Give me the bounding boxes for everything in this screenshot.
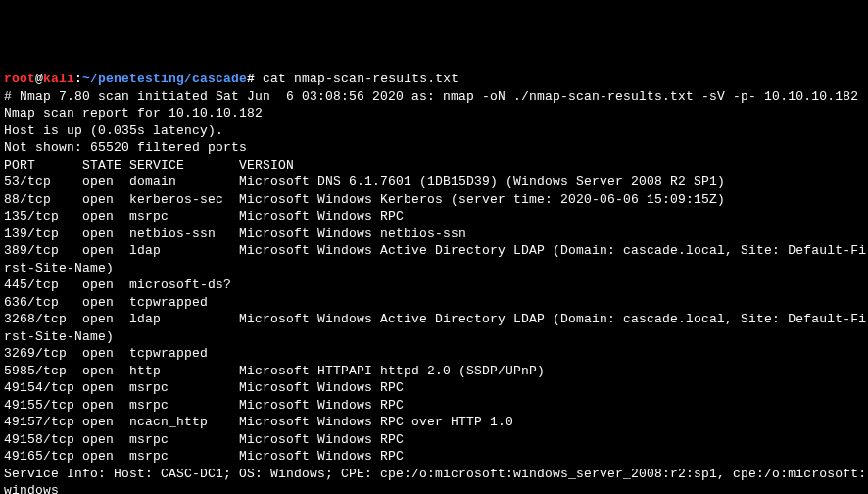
port-table-row: 389/tcp open ldap Microsoft Windows Acti…	[4, 243, 866, 258]
output-line: Host is up (0.035s latency).	[4, 124, 223, 138]
port-table-row-wrap: rst-Site-Name)	[4, 261, 114, 275]
prompt-colon: :	[74, 72, 82, 86]
terminal-window[interactable]: root@kali:~/penetesting/cascade# cat nma…	[4, 71, 864, 494]
prompt-user: root	[4, 72, 35, 86]
port-table-row: 53/tcp open domain Microsoft DNS 6.1.760…	[4, 174, 725, 189]
output-line: # Nmap 7.80 scan initiated Sat Jun 6 03:…	[4, 89, 858, 104]
port-table-row: 49157/tcp open ncacn_http Microsoft Wind…	[4, 415, 513, 429]
port-table-row: 3268/tcp open ldap Microsoft Windows Act…	[4, 312, 866, 326]
port-table-row: 5985/tcp open http Microsoft HTTPAPI htt…	[4, 364, 545, 378]
port-table-row: 49154/tcp open msrpc Microsoft Windows R…	[4, 380, 404, 395]
port-table-row: 49155/tcp open msrpc Microsoft Windows R…	[4, 398, 404, 413]
port-table-row: 135/tcp open msrpc Microsoft Windows RPC	[4, 209, 404, 223]
prompt-line: root@kali:~/penetesting/cascade# cat nma…	[4, 72, 458, 86]
prompt-host: kali	[43, 72, 74, 86]
service-info-line: Service Info: Host: CASC-DC1; OS: Window…	[4, 467, 866, 481]
port-table-row-wrap: rst-Site-Name)	[4, 329, 114, 344]
prompt-hash: #	[247, 72, 255, 86]
prompt-path: ~/penetesting/cascade	[82, 72, 247, 86]
port-table-row: 49165/tcp open msrpc Microsoft Windows R…	[4, 449, 404, 464]
port-table-row: 139/tcp open netbios-ssn Microsoft Windo…	[4, 226, 466, 241]
prompt-at: @	[35, 72, 43, 86]
port-table-header: PORT STATE SERVICE VERSION	[4, 158, 294, 173]
port-table-row: 88/tcp open kerberos-sec Microsoft Windo…	[4, 192, 725, 207]
output-line: Nmap scan report for 10.10.10.182	[4, 106, 263, 121]
port-table-row: 445/tcp open microsoft-ds?	[4, 277, 231, 292]
output-line: Not shown: 65520 filtered ports	[4, 140, 247, 155]
service-info-line-wrap: windows	[4, 483, 59, 494]
port-table-row: 49158/tcp open msrpc Microsoft Windows R…	[4, 432, 404, 447]
port-table-row: 3269/tcp open tcpwrapped	[4, 346, 208, 361]
command-text: cat nmap-scan-results.txt	[255, 72, 458, 86]
port-table-row: 636/tcp open tcpwrapped	[4, 295, 208, 310]
